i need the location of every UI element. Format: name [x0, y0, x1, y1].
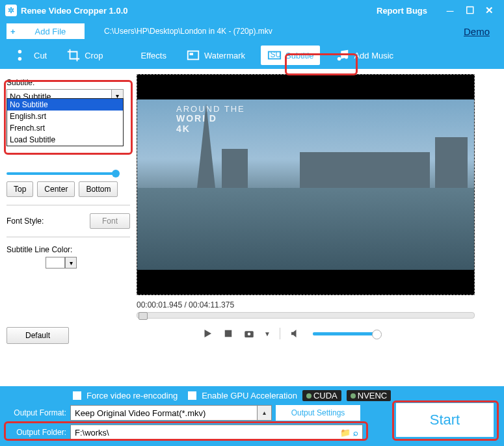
- report-bugs-link[interactable]: Report Bugs: [377, 6, 427, 16]
- svg-point-6: [248, 333, 251, 336]
- tab-add-music[interactable]: Add Music: [332, 46, 397, 65]
- snapshot-menu-icon[interactable]: ▼: [264, 330, 271, 337]
- tab-watermark[interactable]: Watermark: [182, 46, 249, 65]
- app-logo: ✲: [5, 5, 17, 16]
- playback-controls: ▼: [202, 328, 495, 339]
- font-button[interactable]: Font: [90, 213, 130, 229]
- position-bottom-button[interactable]: Bottom: [79, 181, 118, 197]
- output-format-label: Output Format:: [8, 408, 66, 417]
- volume-icon[interactable]: [289, 328, 301, 339]
- volume-slider[interactable]: [313, 332, 378, 335]
- force-reencode-label: Force video re-encoding: [86, 391, 178, 400]
- minimize-button[interactable]: ─: [440, 5, 460, 16]
- wand-icon: [122, 48, 137, 62]
- folder-icon[interactable]: 📁: [340, 428, 351, 438]
- crop-icon: [66, 48, 81, 62]
- titlebar: ✲ Renee Video Cropper 1.0.0 Report Bugs …: [0, 0, 504, 21]
- chevron-up-icon: ▴: [257, 406, 271, 420]
- position-center-button[interactable]: Center: [37, 181, 75, 197]
- output-folder-input[interactable]: F:\works\ 📁 ⌕: [70, 425, 363, 440]
- chevron-down-icon: ▾: [65, 257, 77, 269]
- subtitle-icon: SUB: [267, 48, 282, 62]
- maximize-button[interactable]: ☐: [460, 5, 479, 16]
- cuda-badge: CUDA: [302, 390, 341, 401]
- subtitle-panel: Subtitle: No Subtitle ▾ No Subtitle Engl…: [0, 69, 137, 368]
- subtitle-option[interactable]: No Subtitle: [7, 99, 123, 111]
- add-file-label: Add File: [35, 27, 66, 36]
- demo-link[interactable]: Demo: [464, 26, 490, 37]
- music-icon: [336, 48, 350, 62]
- tool-tabs: Cut Crop Effects Watermark SUBSubtitle A…: [0, 42, 504, 69]
- start-button[interactable]: Start: [396, 403, 494, 437]
- scissors-icon: [16, 48, 30, 62]
- add-file-button[interactable]: + Add File: [7, 23, 85, 39]
- video-overlay-text: AROUND THE WORLD 4K: [176, 105, 245, 134]
- color-swatch: [46, 257, 65, 269]
- svg-rect-4: [225, 330, 232, 337]
- output-bar: Force video re-encoding Enable GPU Accel…: [0, 386, 504, 446]
- output-format-select[interactable]: Keep Original Video Format(*.mkv) ▴: [70, 405, 272, 421]
- line-color-label: Subtitle Line Color:: [7, 245, 130, 254]
- watermark-icon: [186, 48, 200, 62]
- file-toolbar: + Add File C:\Users\HP\Desktop\London in…: [0, 21, 504, 42]
- video-preview[interactable]: AROUND THE WORLD 4K: [137, 74, 475, 295]
- seek-bar[interactable]: [137, 312, 475, 319]
- time-display: 00:00:01.945 / 00:04:11.375: [137, 300, 495, 309]
- svg-text:SUB: SUB: [271, 50, 282, 59]
- tab-cut[interactable]: Cut: [12, 46, 51, 65]
- font-style-label: Font Style:: [7, 216, 44, 226]
- subtitle-option[interactable]: French.srt: [7, 122, 123, 134]
- subtitle-option[interactable]: English.srt: [7, 111, 123, 122]
- app-title: Renee Video Cropper 1.0.0: [21, 6, 128, 16]
- subtitle-label: Subtitle:: [7, 78, 130, 87]
- play-icon[interactable]: [202, 328, 213, 339]
- file-path: C:\Users\HP\Desktop\London in 4K - (720p…: [104, 27, 272, 36]
- output-settings-button[interactable]: Output Settings: [276, 405, 360, 421]
- gpu-accel-label: Enable GPU Acceleration: [202, 391, 297, 400]
- subtitle-option[interactable]: Load Subtitle: [7, 134, 123, 146]
- tab-crop[interactable]: Crop: [62, 46, 107, 65]
- position-top-button[interactable]: Top: [7, 181, 33, 197]
- plus-icon: +: [10, 27, 16, 36]
- subtitle-dropdown: No Subtitle English.srt French.srt Load …: [7, 98, 124, 146]
- preview-panel: AROUND THE WORLD 4K 00:00:01.945 / 00:04…: [137, 69, 504, 368]
- default-button[interactable]: Default: [7, 327, 69, 344]
- tab-effects[interactable]: Effects: [118, 46, 170, 65]
- stop-icon[interactable]: [222, 328, 234, 339]
- search-icon[interactable]: ⌕: [353, 428, 358, 438]
- tab-subtitle[interactable]: SUBSubtitle: [261, 46, 320, 65]
- nvenc-badge: NVENC: [347, 390, 391, 401]
- force-reencode-checkbox[interactable]: [73, 391, 81, 400]
- close-button[interactable]: ✕: [479, 5, 499, 16]
- color-picker[interactable]: ▾: [46, 257, 130, 269]
- gpu-accel-checkbox[interactable]: [188, 391, 196, 400]
- svg-rect-1: [189, 53, 193, 55]
- size-slider[interactable]: [7, 172, 117, 175]
- output-folder-label: Output Folder:: [8, 428, 66, 437]
- snapshot-icon[interactable]: [243, 328, 255, 339]
